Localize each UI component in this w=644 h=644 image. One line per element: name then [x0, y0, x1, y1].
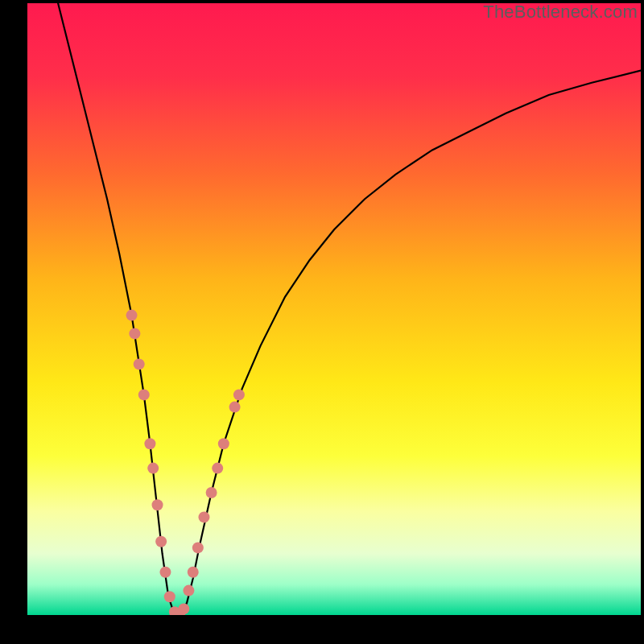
marker-dot	[159, 567, 171, 578]
marker-dot	[126, 310, 138, 321]
marker-dot	[134, 358, 145, 369]
marker-dot	[155, 536, 167, 547]
marker-dot	[198, 511, 209, 522]
marker-dot	[188, 567, 199, 578]
marker-dot	[233, 389, 245, 400]
marker-dot	[206, 487, 217, 498]
marker-dot	[229, 402, 241, 413]
marker-dot	[164, 591, 175, 602]
marker-dot	[147, 463, 159, 474]
marker-dot	[212, 463, 223, 474]
marker-dot	[144, 438, 155, 449]
marker-dot	[178, 603, 189, 614]
marker-dot	[218, 438, 229, 449]
marker-dot	[129, 328, 140, 339]
marker-dot	[183, 585, 194, 597]
marker-dot	[152, 499, 163, 510]
watermark-text: TheBottleneck.com	[483, 2, 638, 23]
marker-dot	[138, 389, 150, 400]
bottleneck-chart	[0, 0, 644, 644]
marker-dot	[192, 542, 204, 553]
